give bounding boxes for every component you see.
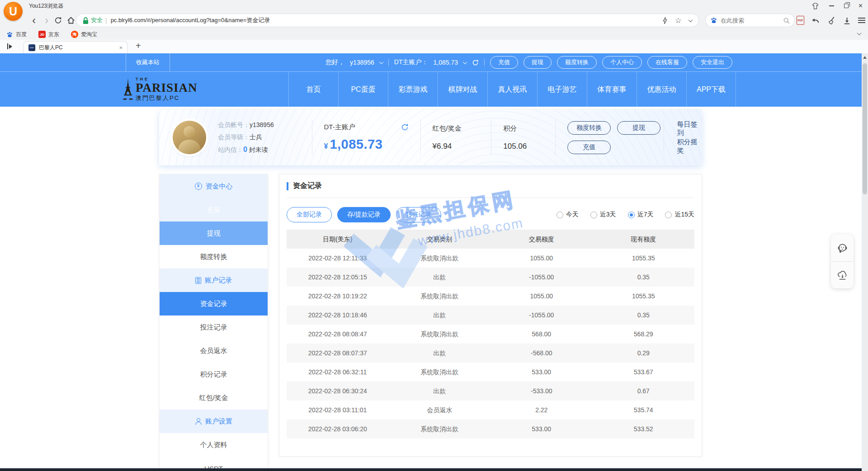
user-chevron-icon[interactable] <box>379 60 383 64</box>
page-scrollbar[interactable] <box>862 53 868 471</box>
cleaner-broom-icon[interactable] <box>827 16 836 25</box>
bookmarks-collapse-icon[interactable] <box>857 31 862 35</box>
sidebar-item-withdraw[interactable]: 提现 <box>160 221 268 245</box>
points-lottery-link[interactable]: 积分摇奖 <box>677 138 702 155</box>
sidebar-header-funds-center: ¥ 资金中心 <box>160 174 268 198</box>
cell-date: 2022-02-28 06:30:24 <box>287 382 389 400</box>
scroll-up-arrow-icon[interactable] <box>863 56 867 59</box>
reload-icon[interactable] <box>54 12 62 29</box>
radio-selected-icon[interactable] <box>628 212 635 218</box>
bookmark-baidu[interactable]: 百度 <box>6 31 27 38</box>
daily-signin-link[interactable]: 每日签到 <box>677 120 702 137</box>
radio-last-15-days[interactable]: 近15天 <box>665 211 694 219</box>
table-row: 2022-02-28 06:32:11 系统取消出款 533.00 533.67 <box>287 363 694 382</box>
search-box[interactable] <box>705 14 795 27</box>
topbar-button[interactable]: 额度转换 <box>557 56 597 69</box>
nav-menu-item[interactable]: 优惠活动 <box>637 72 686 107</box>
eiffel-tower-icon <box>123 76 133 102</box>
tab-transfer-records[interactable]: 转账记录 <box>396 207 441 222</box>
theme-skin-icon[interactable] <box>811 3 819 9</box>
radio-last-7-days[interactable]: 近7天 <box>628 211 654 219</box>
radio-icon[interactable] <box>590 212 597 218</box>
cell-amount: -1055.00 <box>491 306 593 325</box>
scrollbar-thumb[interactable] <box>863 63 867 194</box>
bonus-block: 红包/奖金 ¥6.94 <box>433 124 480 151</box>
tab-all-records[interactable]: 全部记录 <box>287 207 332 222</box>
deposit-button[interactable]: 充值 <box>567 141 611 154</box>
topbar-button[interactable]: 在线客服 <box>647 56 687 69</box>
sidebar-item-bet-record[interactable]: 投注记录 <box>160 316 268 339</box>
radio-icon[interactable] <box>665 212 672 218</box>
lightning-icon[interactable] <box>662 17 668 24</box>
nav-menu-item[interactable]: 真人视讯 <box>487 72 537 107</box>
nav-menu-item[interactable]: 电子游艺 <box>537 72 587 107</box>
sidebar-toggle-icon[interactable] <box>7 43 12 49</box>
tab-close-icon[interactable]: × <box>119 44 123 51</box>
table-row: 2022-02-28 10:19:22 系统取消出款 1055.00 1055.… <box>287 287 694 306</box>
search-icon[interactable] <box>783 17 790 24</box>
radio-icon[interactable] <box>557 212 563 218</box>
refresh-wallet-icon[interactable] <box>401 123 409 131</box>
sidebar-header-account-records: 账户记录 <box>160 268 268 292</box>
cell-date: 2022-02-28 12:11:33 <box>287 249 389 268</box>
nav-menu-item[interactable]: 彩票游戏 <box>388 72 438 107</box>
topbar-button[interactable]: 安全退出 <box>693 56 732 69</box>
withdraw-button[interactable]: 提现 <box>617 121 660 135</box>
cell-date: 2022-02-28 12:05:15 <box>287 268 389 287</box>
refresh-balance-icon[interactable] <box>472 59 479 66</box>
close-window-button[interactable]: × <box>859 2 863 9</box>
username-text[interactable]: y138956 <box>350 59 374 66</box>
topbar-button[interactable]: 提现 <box>524 56 552 69</box>
pdf-tool-icon[interactable] <box>797 16 804 25</box>
sidebar-item-points-record[interactable]: 积分记录 <box>160 363 268 386</box>
window-title: You123浏览器 <box>29 0 63 12</box>
radio-last-3-days[interactable]: 近3天 <box>590 211 616 219</box>
radio-today[interactable]: 今天 <box>557 211 579 219</box>
nav-menu-item[interactable]: 棋牌对战 <box>438 72 487 107</box>
divider <box>555 120 556 155</box>
forward-icon[interactable]: › <box>41 12 52 29</box>
topbar-button[interactable]: 个人中心 <box>602 56 642 69</box>
search-input[interactable] <box>721 17 780 24</box>
menu-icon[interactable] <box>858 18 865 23</box>
member-account-row: 会员帐号：y138956 <box>218 119 300 131</box>
cell-balance: 0.29 <box>593 344 695 363</box>
address-bar[interactable]: 安全 | pc.blryl6.com/#/personal/accountLog… <box>76 14 699 27</box>
minimize-button[interactable] <box>829 5 834 6</box>
new-tab-button[interactable]: + <box>136 41 141 51</box>
sidebar-item-redpacket-bonus[interactable]: 红包/奖金 <box>160 386 268 410</box>
site-logo[interactable]: THE PARISIAN 澳門巴黎人PC <box>123 76 198 102</box>
undo-icon[interactable] <box>811 17 820 24</box>
sidebar-item-quota-transfer[interactable]: 额度转换 <box>160 245 268 268</box>
bookmark-star-icon[interactable]: ☆ <box>675 17 682 24</box>
browser-tab[interactable]: 巴黎人PC × <box>24 41 127 53</box>
download-icon[interactable] <box>843 17 851 24</box>
bookmarks-bar: 百度 JD 京东 淘 爱淘宝 <box>0 29 868 40</box>
sidebar-item-deposit[interactable]: 充值 <box>160 198 268 221</box>
bookmark-taobao[interactable]: 淘 爱淘宝 <box>71 31 97 38</box>
favorite-site-link[interactable]: 收藏本站 <box>126 53 170 71</box>
sidebar-item-personal-profile[interactable]: 个人资料 <box>160 433 268 457</box>
cell-balance: 1055.35 <box>593 249 695 268</box>
cell-amount: -568.00 <box>491 344 593 363</box>
date-range-filters: 今天 近3天 近7天 近15天 <box>557 211 694 219</box>
transfer-quota-button[interactable]: 额度转换 <box>567 121 611 135</box>
sidebar-item-funds-record[interactable]: 资金记录 <box>160 292 268 316</box>
home-icon[interactable] <box>67 12 75 29</box>
wallet-chevron-icon[interactable] <box>463 60 467 64</box>
nav-menu-item[interactable]: 体育赛事 <box>587 72 637 107</box>
tab-deposit-withdraw-records[interactable]: 存/提款记录 <box>337 207 391 222</box>
chevron-down-icon[interactable] <box>689 18 693 22</box>
topbar-button[interactable]: 充值 <box>490 56 518 69</box>
nav-menu-item[interactable]: 首页 <box>288 72 338 107</box>
sidebar-item-member-rebate[interactable]: 会员返水 <box>160 339 268 363</box>
restore-button[interactable] <box>844 4 849 8</box>
app-download-button[interactable] <box>831 261 854 288</box>
nav-menu-item[interactable]: PC蛋蛋 <box>338 72 388 107</box>
inbox-row[interactable]: 站内信：0 封未读 <box>218 143 300 156</box>
nav-menu-item[interactable]: APP下载 <box>686 72 736 107</box>
back-icon[interactable]: ‹ <box>28 12 40 29</box>
bookmark-jd[interactable]: JD 京东 <box>38 31 59 38</box>
cell-date: 2022-02-28 03:11:01 <box>287 400 389 419</box>
customer-service-button[interactable] <box>831 234 854 261</box>
